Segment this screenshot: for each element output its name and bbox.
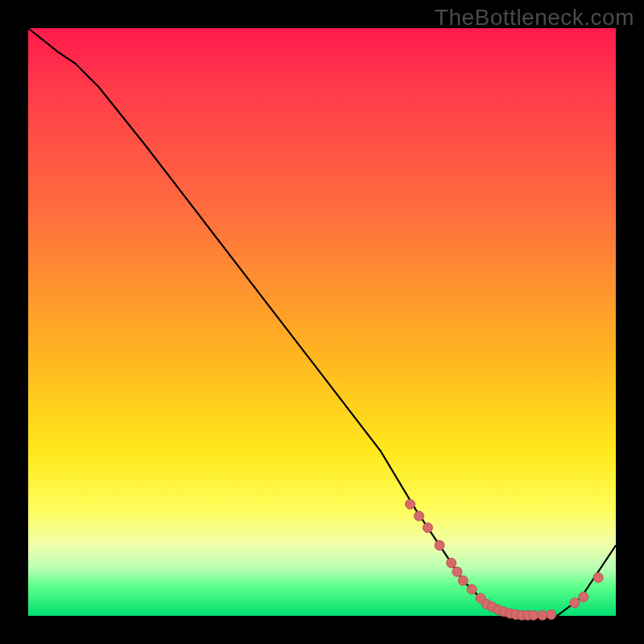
- highlight-dot: [406, 499, 415, 509]
- highlight-dot: [452, 567, 462, 576]
- chart-frame: TheBottleneck.com: [0, 0, 644, 644]
- highlight-dot: [538, 610, 547, 620]
- highlight-dot: [547, 610, 556, 620]
- highlight-dot: [423, 523, 432, 533]
- plot-area: [28, 28, 616, 616]
- highlight-dot: [415, 511, 424, 521]
- highlight-dot: [529, 610, 539, 620]
- highlight-dot: [579, 592, 588, 602]
- highlight-dot: [570, 598, 580, 608]
- highlight-dot: [435, 540, 444, 550]
- highlight-dot: [458, 576, 468, 585]
- highlight-dot: [593, 573, 603, 583]
- highlight-dot: [447, 558, 456, 568]
- highlight-dot: [467, 584, 477, 594]
- highlight-dots: [406, 499, 604, 620]
- watermark-text: TheBottleneck.com: [435, 5, 634, 31]
- bottleneck-curve: [28, 28, 616, 616]
- curve-svg: [28, 28, 616, 616]
